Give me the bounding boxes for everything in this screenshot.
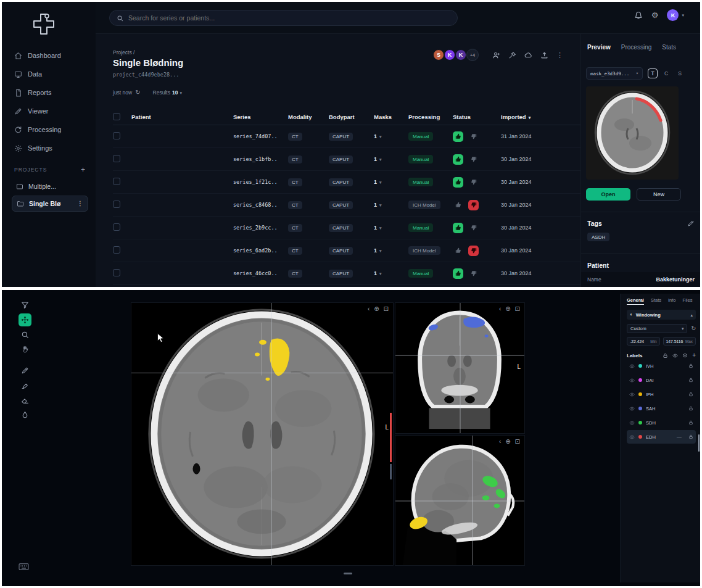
crosshair-center-icon[interactable]: ⊕ [374,306,379,312]
edit-tags-icon[interactable] [687,220,695,227]
user-menu[interactable]: K ▾ [667,9,684,21]
capture-viewport-icon[interactable]: ⊡ [515,439,520,445]
viewport-scrollbar-thumb[interactable] [390,464,392,479]
label-row-dai[interactable]: DAI [627,373,696,387]
project-item-single-blodning[interactable]: Single Blø⋮ [12,196,88,212]
refresh-icon[interactable]: ↻ [135,89,140,96]
tab-stats[interactable]: Stats [651,297,661,305]
reject-button[interactable] [468,177,479,188]
row-checkbox[interactable] [113,178,120,185]
keyboard-shortcuts-icon[interactable] [19,563,29,570]
table-row[interactable]: series_c8468.. CT CAPUT 1▾ ICH Model 30 … [113,194,597,217]
pencil-tool[interactable] [19,364,31,377]
approve-button[interactable] [453,200,463,210]
row-checkbox[interactable] [113,132,120,139]
mask-preview-image[interactable] [586,86,679,180]
window-min-input[interactable]: -22.424 Min [627,337,660,346]
zoom-tool[interactable] [19,328,31,341]
cell-series[interactable]: series_c8468.. [233,202,288,208]
cell-series[interactable]: series_46cc0.. [233,270,288,276]
sidebar-item-data[interactable]: Data [14,65,88,83]
project-item-multiple[interactable]: Multiple... [12,178,88,194]
add-project-button[interactable]: + [81,166,86,173]
show-all-labels-icon[interactable] [672,353,678,358]
viewport-axial[interactable]: ‹ ⊕ ⊡ L [131,302,394,566]
table-row[interactable]: series_74d07.. CT CAPUT 1▾ Manual 31 Jan… [113,125,597,148]
tab-files[interactable]: Files [683,297,693,305]
table-row[interactable]: series_46cc0.. CT CAPUT 1▾ Manual 30 Jan… [113,262,597,285]
brush-tool[interactable] [19,379,31,392]
notifications-bell-icon[interactable] [634,11,643,20]
approve-button[interactable] [453,246,463,256]
sidebar-item-dashboard[interactable]: Dashboard [14,46,88,65]
sidebar-item-reports[interactable]: Reports [14,83,88,102]
reject-button[interactable] [468,246,479,256]
collapse-viewport-icon[interactable]: ‹ [499,306,501,312]
windowing-preset-select[interactable]: Custom ▾ [627,324,687,333]
windowing-section-header[interactable]: ◐ Windowing ▴ [627,310,696,320]
more-menu-icon[interactable]: ⋮ [556,52,563,59]
search-input[interactable] [109,10,458,26]
plane-button-transverse[interactable]: T [648,68,658,78]
row-checkbox[interactable] [113,201,120,208]
masks-dropdown[interactable]: 1▾ [374,225,408,231]
coronal-ct-image[interactable] [395,303,524,433]
label-row-iph[interactable]: IPH [627,387,696,401]
pin-icon[interactable] [508,51,516,59]
crosshair-tool[interactable] [19,313,31,326]
approve-button[interactable] [453,177,463,188]
select-all-checkbox[interactable] [113,113,120,120]
capture-viewport-icon[interactable]: ⊡ [384,306,389,312]
eraser-tool[interactable] [19,394,31,407]
tab-processing[interactable]: Processing [621,44,651,51]
capture-viewport-icon[interactable]: ⊡ [515,306,520,312]
search-field[interactable] [128,14,450,22]
sagittal-ct-image[interactable] [395,436,524,565]
tab-preview[interactable]: Preview [587,44,611,51]
sidebar-item-processing[interactable]: Processing [14,120,88,139]
row-checkbox[interactable] [113,223,120,231]
masks-dropdown[interactable]: 1▾ [374,156,408,162]
window-max-input[interactable]: 147.5116 Max [663,337,696,346]
visibility-icon[interactable] [629,434,635,440]
add-user-icon[interactable] [492,51,500,59]
breadcrumb[interactable]: Projects / [113,49,134,56]
lock-icon[interactable] [688,363,693,368]
approve-button[interactable] [453,223,463,233]
label-row-sdh[interactable]: SDH [627,416,696,429]
reject-button[interactable] [468,154,479,165]
tab-stats[interactable]: Stats [662,44,676,51]
open-button[interactable]: Open [586,188,630,201]
reject-button[interactable] [468,223,479,233]
cell-series[interactable]: series_1f21c.. [233,179,288,185]
lock-icon[interactable] [688,420,693,425]
app-logo[interactable] [30,10,57,38]
viewport-sagittal[interactable]: ‹ ⊕ ⊡ [395,435,525,566]
approve-button[interactable] [453,131,463,142]
reject-button[interactable] [468,200,479,210]
reject-button[interactable] [468,268,479,279]
visibility-icon[interactable] [629,406,635,412]
row-checkbox[interactable] [113,269,120,276]
masks-dropdown[interactable]: 1▾ [374,133,408,139]
filter-tool[interactable] [19,299,31,312]
visibility-icon[interactable] [629,392,635,397]
row-checkbox[interactable] [113,155,120,162]
label-row-ivh[interactable]: IVH [627,359,696,373]
panel-scrollbar[interactable] [698,434,700,452]
collaborator-avatar[interactable]: K [444,49,455,60]
viewport-coronal[interactable]: ‹ ⊕ ⊡ L [395,302,525,434]
approve-button[interactable] [453,268,463,279]
pan-tool[interactable] [19,343,31,356]
sidebar-item-viewer[interactable]: Viewer [14,102,88,120]
collaborator-avatar[interactable]: K [455,49,466,60]
tab-general[interactable]: General [627,297,644,305]
table-row[interactable]: series_c1bfb.. CT CAPUT 1▾ Manual 30 Jan… [113,148,597,171]
visibility-icon[interactable] [629,420,635,426]
crosshair-center-icon[interactable]: ⊕ [505,439,510,445]
plane-button-sagittal[interactable]: S [675,68,685,78]
slice-indicator-bar[interactable] [390,413,392,462]
cloud-icon[interactable] [524,51,532,59]
layers-icon[interactable] [682,353,688,358]
label-row-edh[interactable]: EDH — [627,430,696,444]
